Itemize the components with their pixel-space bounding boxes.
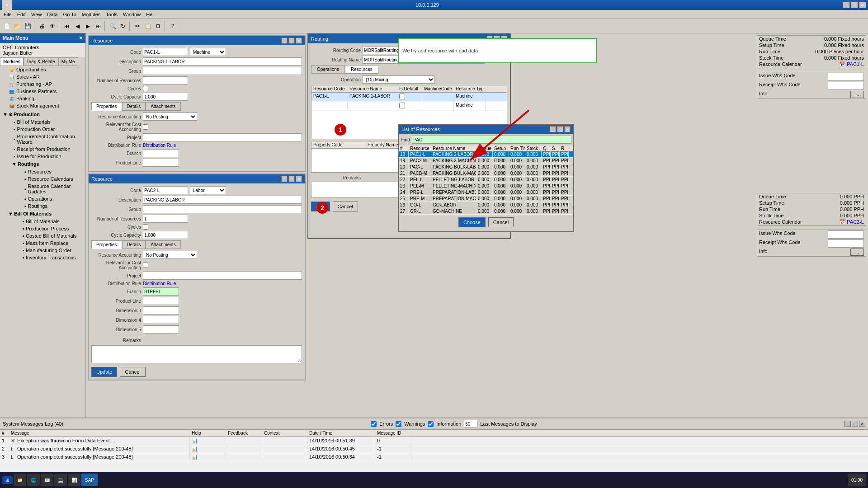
numres-input-2[interactable] xyxy=(143,215,188,223)
sidebar-item-mfg-order[interactable]: ▪ Manufacturing Order xyxy=(14,247,85,254)
routing-tab-operations[interactable]: Operations xyxy=(311,65,345,74)
desc-input-2[interactable] xyxy=(143,196,302,204)
routing-table-row-2[interactable]: Machine xyxy=(311,102,507,111)
tab-properties-2[interactable]: Properties xyxy=(91,240,122,249)
type-select-2[interactable]: Labor xyxy=(190,186,226,194)
menu-file[interactable]: File xyxy=(1,11,14,18)
rp1-info-btn[interactable]: ... xyxy=(850,91,864,98)
cycles-check-1[interactable] xyxy=(143,86,148,91)
sys-msg-row-3[interactable]: 3 ℹ Operation completed successfully [Me… xyxy=(0,453,868,461)
code-input-1[interactable] xyxy=(143,48,188,56)
choose-btn[interactable]: Choose xyxy=(458,217,486,227)
sidebar-item-operations[interactable]: ▪ Operations xyxy=(15,195,85,202)
tab-drag-relate[interactable]: Drag & Relate xyxy=(24,57,58,66)
sidebar-item-prod-process[interactable]: ▪ Production Process xyxy=(14,225,85,232)
menu-view[interactable]: View xyxy=(28,11,45,18)
toolbar-next[interactable]: ▶ xyxy=(83,21,93,31)
panel2-close[interactable]: ✕ xyxy=(296,176,302,182)
toolbar-copy[interactable]: 🗒 xyxy=(153,21,163,31)
sidebar-item-receipt-prod[interactable]: ▪ Receipt from Production xyxy=(5,145,85,153)
sidebar-close[interactable]: ✕ xyxy=(79,35,83,41)
sidebar-item-inv-trans[interactable]: ▪ Inventory Transactions xyxy=(14,254,85,261)
sidebar-item-issue-prod[interactable]: ▪ Issue for Production xyxy=(5,153,85,160)
toolbar-btn6[interactable]: 📋 xyxy=(143,21,153,31)
routing-table-row-1[interactable]: PAC1-L PACKING 1-LABOR Machine xyxy=(311,93,507,102)
panel1-minimize[interactable]: _ xyxy=(281,38,288,44)
sidebar-item-bom[interactable]: ▪ Bill of Materials xyxy=(5,118,85,126)
cycle-cap-input-2[interactable] xyxy=(143,231,188,239)
sidebar-item-bp[interactable]: 👥 Business Partners xyxy=(0,88,85,95)
menu-edit[interactable]: Edit xyxy=(14,11,28,18)
taskbar-item-3[interactable]: 📧 xyxy=(41,474,53,486)
sidebar-item-prod-order[interactable]: ▪ Production Order xyxy=(5,126,85,133)
remarks-textarea-2[interactable] xyxy=(91,345,302,363)
sidebar-item-res-calendars[interactable]: ▪ Resource Calendars xyxy=(15,175,85,183)
menu-help[interactable]: He... xyxy=(143,11,159,18)
window-menu[interactable]: ▪ xyxy=(2,0,12,10)
branch-input-2[interactable] xyxy=(143,287,179,296)
panel1-close[interactable]: ✕ xyxy=(296,38,302,44)
list-res-close[interactable]: ✕ xyxy=(564,126,571,132)
cycle-cap-input-1[interactable] xyxy=(143,93,188,101)
list-res-row-19[interactable]: 19 PAC2-M PACKING 2-MACHINE 0.000 0.000 … xyxy=(399,158,573,164)
last-count-input[interactable] xyxy=(464,420,477,428)
dim3-input-2[interactable] xyxy=(143,306,179,314)
sidebar-item-banking[interactable]: 🏦 Banking xyxy=(0,95,85,102)
tab-my-me[interactable]: My Me xyxy=(58,57,78,66)
toolbar-first[interactable]: ⏮ xyxy=(62,21,72,31)
panel2-max[interactable]: □ xyxy=(288,176,295,182)
panel1-max[interactable]: □ xyxy=(288,38,295,44)
proj-input-2[interactable] xyxy=(143,272,302,280)
code-input-2[interactable] xyxy=(143,186,188,194)
sidebar-item-resources[interactable]: ▪ Resources xyxy=(15,168,85,175)
dim5-input-2[interactable] xyxy=(143,325,179,333)
list-res-row-24[interactable]: 24 PRE-L PREPARATION-LABOR 0.000 0.000 0… xyxy=(399,189,573,196)
type-select-1[interactable]: Machine xyxy=(190,48,226,56)
toolbar-preview[interactable]: 👁 xyxy=(47,21,57,31)
res-acc-select-1[interactable]: No Posting xyxy=(143,113,197,121)
cost-check-2[interactable] xyxy=(143,263,148,268)
sys-msg-row-2[interactable]: 2 ℹ Operation completed successfully [Me… xyxy=(0,445,868,453)
panel2-minimize[interactable]: _ xyxy=(281,176,288,182)
list-res-row-26[interactable]: 26 GO-L GO-LABOR 0.000 0.000 0.000 0.000… xyxy=(399,202,573,208)
menu-goto[interactable]: Go To xyxy=(61,11,79,18)
list-res-row-22[interactable]: 22 PEL-L PELLETING-LABOR 0.000 0.000 0.0… xyxy=(399,177,573,183)
sidebar-item-opportunities[interactable]: 💡 Opportunities xyxy=(0,66,85,73)
list-res-max[interactable]: □ xyxy=(557,126,563,132)
rp2-receipt-whs-input[interactable] xyxy=(828,239,864,248)
res-acc-select-2[interactable]: No Posting xyxy=(143,251,197,259)
list-res-minimize[interactable]: _ xyxy=(550,126,556,132)
rp1-issue-whs-input[interactable] xyxy=(828,73,864,81)
dist-rule-link-1[interactable]: Distribution Rule xyxy=(143,143,176,148)
list-res-row-27[interactable]: 27 GR-L GO-MACHINE 0.000 0.000 0.000 0.0… xyxy=(399,208,573,215)
restore-btn[interactable]: □ xyxy=(851,2,858,8)
taskbar-item-4[interactable]: 💻 xyxy=(54,474,67,486)
dim4-input-2[interactable] xyxy=(143,316,179,324)
tab-attachments-2[interactable]: Attachments xyxy=(146,240,181,249)
menu-modules[interactable]: Modules xyxy=(79,11,104,18)
information-check[interactable] xyxy=(428,421,434,427)
rp1-receipt-whs-input[interactable] xyxy=(828,82,864,90)
close-btn[interactable]: ✕ xyxy=(859,2,866,8)
find-input[interactable] xyxy=(412,136,571,144)
sidebar-item-stock[interactable]: 📦 Stock Management xyxy=(0,102,85,109)
rp2-issue-whs-input[interactable] xyxy=(828,230,864,239)
taskbar-item-2[interactable]: 🌐 xyxy=(27,474,40,486)
sidebar-item-purchasing[interactable]: 🛒 Purchasing - AP xyxy=(0,80,85,88)
menu-data[interactable]: Data xyxy=(44,11,60,18)
row2-default-check[interactable] xyxy=(399,103,405,108)
sidebar-routings-header[interactable]: ▼ Routings xyxy=(5,160,85,168)
dist-rule-link-2[interactable]: Distribution Rule xyxy=(143,281,176,286)
routing-cancel-btn[interactable]: Cancel xyxy=(333,202,358,211)
list-cancel-btn[interactable]: Cancel xyxy=(488,217,514,227)
sidebar-item-routings-sub[interactable]: ▪ Routings xyxy=(15,202,85,210)
rp2-info-btn[interactable]: ... xyxy=(850,249,864,256)
desc-input-1[interactable] xyxy=(143,57,302,66)
group-input-1[interactable] xyxy=(143,67,302,75)
sidebar-item-sales[interactable]: 📊 Sales - AR xyxy=(0,73,85,80)
row1-default-check[interactable] xyxy=(399,94,405,99)
sidebar-item-bill-of-materials[interactable]: ▪ Bill of Materials xyxy=(14,218,85,225)
toolbar-last[interactable]: ⏭ xyxy=(93,21,103,31)
operation-select[interactable]: (10) Mixing xyxy=(363,75,435,84)
tab-properties-1[interactable]: Properties xyxy=(91,102,122,111)
